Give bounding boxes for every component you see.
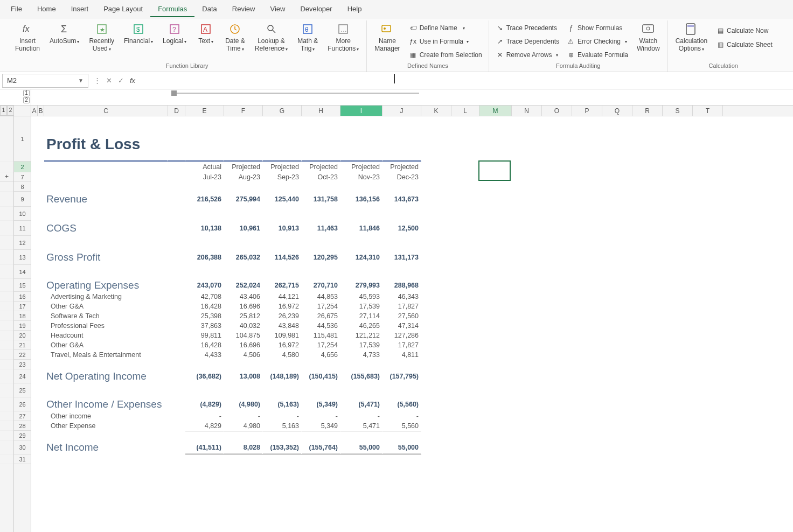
cell-H20[interactable]: 115,481 [302, 331, 340, 340]
cell-J20[interactable]: 127,286 [382, 331, 421, 340]
cell-G30[interactable]: (153,352) [263, 440, 302, 454]
cell-D20[interactable] [168, 331, 185, 340]
cell-J9[interactable]: 143,673 [382, 192, 421, 207]
menu-page-layout[interactable]: Page Layout [96, 1, 150, 17]
menu-view[interactable]: View [262, 1, 293, 17]
date-time-button[interactable]: Date & Time [221, 20, 249, 54]
cell-F9[interactable]: 275,994 [224, 192, 263, 207]
cell-I2[interactable]: Projected [340, 162, 382, 172]
cell-D26[interactable] [168, 397, 185, 411]
cell-B1[interactable] [38, 116, 44, 162]
cell-I25[interactable] [340, 383, 382, 397]
cell-G31[interactable] [263, 454, 302, 464]
cell-E17[interactable]: 16,428 [185, 302, 224, 311]
cell-D22[interactable] [168, 350, 185, 360]
cell-I27[interactable]: - [340, 411, 382, 421]
cell-D8[interactable] [168, 182, 185, 192]
cell-F14[interactable] [224, 265, 263, 279]
row-header-9[interactable]: 9 [14, 192, 31, 207]
cells-area[interactable]: Profit & LossActualProjectedProjectedPro… [31, 116, 793, 532]
cell-C25[interactable] [44, 383, 168, 397]
cell-H15[interactable]: 270,710 [302, 279, 340, 292]
cell-J8[interactable] [382, 182, 421, 192]
row-header-30[interactable]: 30 [14, 440, 31, 454]
cell-G10[interactable] [263, 207, 302, 221]
cell-D21[interactable] [168, 340, 185, 350]
row-header-29[interactable]: 29 [14, 431, 31, 440]
cell-J30[interactable]: 55,000 [382, 440, 421, 454]
cell-A24[interactable] [31, 369, 38, 383]
row-header-31[interactable]: 31 [14, 454, 31, 464]
more-functions-button[interactable]: … More Functions [323, 20, 363, 54]
calculation-options-button[interactable]: Calculation Options [671, 20, 712, 54]
cell-B14[interactable] [38, 265, 44, 279]
cell-G16[interactable]: 44,121 [263, 292, 302, 302]
cell-I20[interactable]: 121,212 [340, 331, 382, 340]
row-header-16[interactable]: 16 [14, 292, 31, 302]
cell-J14[interactable] [382, 265, 421, 279]
cell-E22[interactable]: 4,433 [185, 350, 224, 360]
row-header-25[interactable]: 25 [14, 383, 31, 397]
cell-A2[interactable] [31, 162, 38, 172]
cell-C22[interactable]: Travel, Meals & Entertainment [44, 350, 168, 360]
col-header-N[interactable]: N [512, 106, 542, 116]
expand-row-7[interactable]: + [0, 172, 13, 182]
cell-G18[interactable]: 26,239 [263, 311, 302, 321]
cell-E30[interactable]: (41,511) [185, 440, 224, 454]
row-header-12[interactable]: 12 [14, 236, 31, 250]
cell-E2[interactable]: Actual [185, 162, 224, 172]
cell-D14[interactable] [168, 265, 185, 279]
cell-H13[interactable]: 120,295 [302, 250, 340, 265]
cell-D17[interactable] [168, 302, 185, 311]
cell-E27[interactable]: - [185, 411, 224, 421]
row-header-21[interactable]: 21 [14, 340, 31, 350]
row-header-14[interactable]: 14 [14, 265, 31, 279]
cell-I16[interactable]: 45,593 [340, 292, 382, 302]
cell-G20[interactable]: 109,981 [263, 331, 302, 340]
cell-G23[interactable] [263, 360, 302, 369]
cell-F23[interactable] [224, 360, 263, 369]
cell-D19[interactable] [168, 321, 185, 331]
cell-B19[interactable] [38, 321, 44, 331]
cell-C20[interactable]: Headcount [44, 331, 168, 340]
cell-E24[interactable]: (36,682) [185, 369, 224, 383]
cell-E7[interactable]: Jul-23 [185, 172, 224, 182]
cell-E13[interactable]: 206,388 [185, 250, 224, 265]
cell-A15[interactable] [31, 279, 38, 292]
cell-E8[interactable] [185, 182, 224, 192]
col-header-I[interactable]: I [340, 106, 382, 116]
cell-B7[interactable] [38, 172, 44, 182]
row-header-13[interactable]: 13 [14, 250, 31, 265]
cell-A12[interactable] [31, 236, 38, 250]
cell-B30[interactable] [38, 440, 44, 454]
cell-B26[interactable] [38, 397, 44, 411]
cell-A28[interactable] [31, 421, 38, 431]
define-name-button[interactable]: 🏷Define Name▾ [406, 22, 485, 34]
col-header-E[interactable]: E [185, 106, 224, 116]
col-header-S[interactable]: S [663, 106, 693, 116]
cell-H18[interactable]: 26,675 [302, 311, 340, 321]
cell-C21[interactable]: Other G&A [44, 340, 168, 350]
cell-I11[interactable]: 11,846 [340, 221, 382, 236]
cell-E19[interactable]: 37,863 [185, 321, 224, 331]
cell-A26[interactable] [31, 397, 38, 411]
cell-C29[interactable] [44, 431, 168, 440]
cell-I30[interactable]: 55,000 [340, 440, 382, 454]
cell-J25[interactable] [382, 383, 421, 397]
cell-G25[interactable] [263, 383, 302, 397]
cell-C26[interactable]: Other Income / Expenses [44, 397, 168, 411]
row-header-20[interactable]: 20 [14, 331, 31, 340]
cell-A13[interactable] [31, 250, 38, 265]
cell-A9[interactable] [31, 192, 38, 207]
cell-H21[interactable]: 17,254 [302, 340, 340, 350]
cell-D23[interactable] [168, 360, 185, 369]
row-header-22[interactable]: 22 [14, 350, 31, 360]
cell-J16[interactable]: 46,343 [382, 292, 421, 302]
cell-I18[interactable]: 27,114 [340, 311, 382, 321]
cell-F22[interactable]: 4,506 [224, 350, 263, 360]
cell-F16[interactable]: 43,406 [224, 292, 263, 302]
cell-H2[interactable]: Projected [302, 162, 340, 172]
cell-F1[interactable] [224, 116, 263, 162]
cell-B25[interactable] [38, 383, 44, 397]
cell-E12[interactable] [185, 236, 224, 250]
